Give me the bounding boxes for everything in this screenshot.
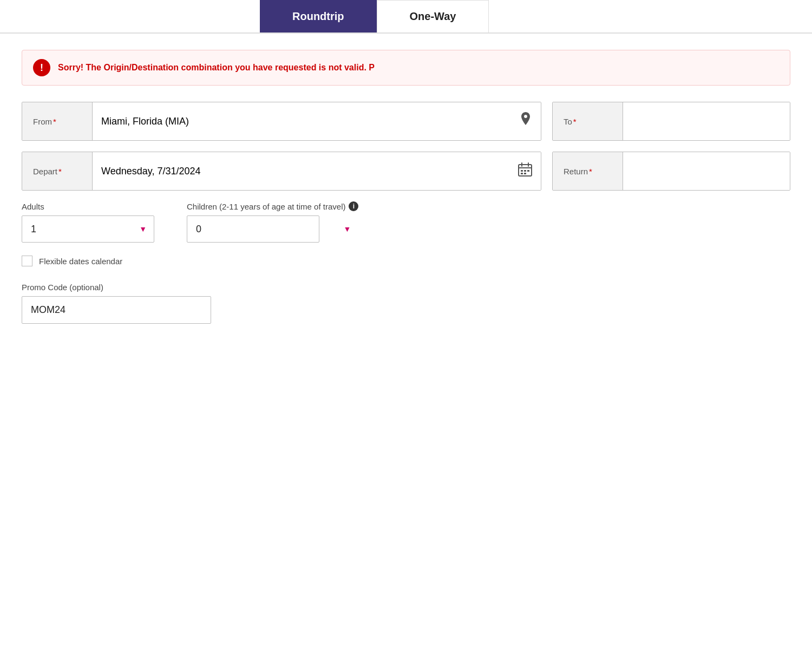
return-label: Return* — [553, 152, 623, 190]
from-label: From* — [22, 102, 93, 140]
promo-code-label: Promo Code (optional) — [22, 283, 790, 292]
children-select-wrapper[interactable]: 0 1 2 3 4 ▼ — [187, 215, 358, 243]
depart-input-area[interactable] — [93, 152, 541, 190]
flexible-dates-row: Flexible dates calendar — [22, 256, 790, 266]
from-to-row: From* To* — [22, 102, 790, 141]
return-input-area[interactable] — [623, 152, 790, 190]
from-required: * — [53, 117, 56, 126]
adults-select[interactable]: 1 2 3 4 5 — [22, 215, 154, 243]
from-input-area[interactable] — [93, 102, 541, 140]
to-required: * — [573, 117, 577, 126]
form-area: From* To* — [0, 96, 812, 340]
promo-code-input[interactable] — [22, 296, 211, 324]
adults-select-wrapper[interactable]: 1 2 3 4 5 ▼ — [22, 215, 154, 243]
to-input-area[interactable] — [623, 102, 790, 140]
return-input[interactable] — [632, 166, 781, 177]
to-field-group: To* — [552, 102, 790, 141]
location-icon — [519, 112, 532, 130]
svg-rect-7 — [521, 173, 523, 174]
tab-roundtrip[interactable]: Roundtrip — [260, 0, 377, 32]
tabs-row: Roundtrip One-Way — [0, 0, 812, 34]
depart-return-row: Depart* — [22, 152, 790, 191]
return-field-group: Return* — [552, 152, 790, 191]
children-info-icon[interactable]: i — [349, 201, 358, 211]
to-input[interactable] — [632, 116, 781, 127]
children-select-arrow: ▼ — [344, 225, 351, 233]
error-message: Sorry! The Origin/Destination combinatio… — [58, 63, 375, 73]
calendar-icon — [518, 162, 532, 180]
promo-code-section: Promo Code (optional) — [22, 283, 790, 324]
children-group: Children (2-11 years of age at time of t… — [187, 201, 358, 243]
children-label: Children (2-11 years of age at time of t… — [187, 201, 358, 211]
children-select[interactable]: 0 1 2 3 4 — [187, 215, 319, 243]
svg-rect-5 — [524, 170, 526, 172]
svg-rect-8 — [524, 173, 526, 174]
flexible-dates-checkbox[interactable] — [22, 256, 32, 266]
error-icon: ! — [33, 59, 50, 76]
from-input[interactable] — [101, 116, 514, 127]
page-container: Roundtrip One-Way ! Sorry! The Origin/De… — [0, 0, 812, 660]
adults-label: Adults — [22, 202, 154, 211]
to-label: To* — [553, 102, 623, 140]
passengers-row: Adults 1 2 3 4 5 ▼ — [22, 201, 790, 243]
tab-oneway[interactable]: One-Way — [377, 0, 489, 32]
depart-required: * — [58, 167, 62, 176]
depart-label: Depart* — [22, 152, 93, 190]
error-banner: ! Sorry! The Origin/Destination combinat… — [22, 50, 790, 86]
passengers-section: Adults 1 2 3 4 5 ▼ — [22, 201, 790, 243]
depart-field-group: Depart* — [22, 152, 541, 191]
svg-rect-4 — [521, 170, 523, 172]
from-field-group: From* — [22, 102, 541, 141]
depart-input[interactable] — [101, 166, 513, 177]
return-required: * — [589, 167, 592, 176]
adults-group: Adults 1 2 3 4 5 ▼ — [22, 202, 154, 243]
svg-rect-6 — [527, 170, 529, 172]
flexible-dates-label: Flexible dates calendar — [39, 257, 122, 266]
